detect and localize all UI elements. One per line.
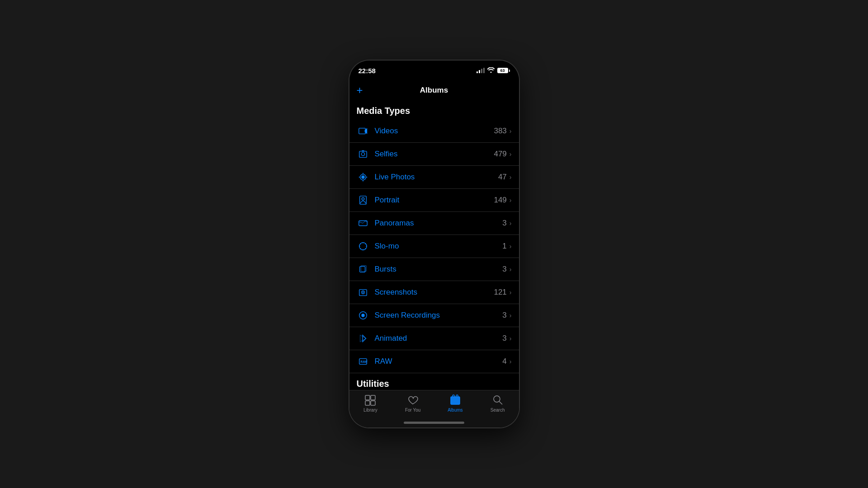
list-item-bursts[interactable]: Bursts 3 › bbox=[349, 258, 519, 281]
screenshots-count: 121 bbox=[494, 288, 506, 297]
svg-point-29 bbox=[361, 314, 364, 317]
list-item-portrait[interactable]: Portrait 149 › bbox=[349, 189, 519, 212]
screen-recordings-count: 3 bbox=[502, 311, 506, 320]
list-item-screenshots[interactable]: Screenshots 121 › bbox=[349, 281, 519, 304]
raw-chevron: › bbox=[509, 358, 512, 365]
svg-line-20 bbox=[365, 249, 365, 249]
svg-text:RAW: RAW bbox=[360, 360, 368, 363]
content-scroll[interactable]: Media Types Videos 383 › bbox=[349, 100, 519, 390]
svg-line-22 bbox=[360, 249, 361, 249]
panoramas-label: Panoramas bbox=[375, 219, 503, 228]
home-indicator bbox=[404, 422, 464, 424]
panoramas-count: 3 bbox=[502, 219, 506, 228]
bursts-count: 3 bbox=[502, 265, 506, 274]
slo-mo-label: Slo-mo bbox=[375, 242, 503, 251]
portrait-count: 149 bbox=[494, 196, 506, 205]
svg-rect-4 bbox=[362, 150, 364, 152]
list-item-slo-mo[interactable]: Slo-mo 1 › bbox=[349, 235, 519, 258]
slo-mo-count: 1 bbox=[502, 242, 506, 251]
portrait-icon bbox=[357, 194, 369, 206]
utilities-header: Utilities bbox=[349, 373, 519, 390]
selfies-label: Selfies bbox=[375, 150, 494, 159]
nav-bar: + Albums bbox=[349, 80, 519, 100]
list-item-live-photos[interactable]: Live Photos 47 › bbox=[349, 166, 519, 189]
screenshots-label: Screenshots bbox=[375, 288, 494, 297]
svg-rect-40 bbox=[451, 397, 460, 404]
add-button[interactable]: + bbox=[357, 85, 363, 96]
animated-count: 3 bbox=[502, 334, 506, 343]
svg-line-43 bbox=[499, 402, 502, 405]
svg-point-5 bbox=[361, 175, 364, 178]
bursts-chevron: › bbox=[509, 266, 512, 273]
battery-percent: 63 bbox=[497, 68, 508, 73]
selfies-count: 479 bbox=[494, 150, 506, 159]
svg-rect-37 bbox=[371, 395, 375, 400]
tab-library[interactable]: Library bbox=[349, 394, 392, 413]
videos-chevron: › bbox=[509, 127, 512, 135]
list-item-selfies[interactable]: Selfies 479 › bbox=[349, 143, 519, 166]
svg-marker-30 bbox=[360, 335, 366, 342]
svg-line-19 bbox=[360, 244, 361, 244]
selfies-icon bbox=[357, 148, 369, 160]
screen: 22:58 63 + bbox=[349, 61, 519, 427]
library-tab-icon bbox=[364, 394, 376, 406]
live-photos-icon bbox=[357, 171, 369, 183]
list-item-raw[interactable]: RAW RAW 4 › bbox=[349, 350, 519, 373]
list-item-panoramas[interactable]: Panoramas 3 › bbox=[349, 212, 519, 235]
selfies-chevron: › bbox=[509, 150, 512, 158]
phone-frame: 22:58 63 + bbox=[349, 61, 519, 427]
svg-point-27 bbox=[362, 292, 363, 293]
live-photos-count: 47 bbox=[498, 173, 507, 182]
slo-mo-chevron: › bbox=[509, 243, 512, 250]
nav-title: Albums bbox=[420, 86, 448, 95]
for-you-tab-icon bbox=[407, 394, 419, 406]
battery-icon: 63 bbox=[497, 68, 510, 73]
tab-search[interactable]: Search bbox=[476, 394, 519, 413]
svg-rect-38 bbox=[365, 401, 370, 405]
panoramas-chevron: › bbox=[509, 220, 512, 227]
search-tab-icon bbox=[492, 394, 504, 406]
status-bar: 22:58 63 bbox=[349, 61, 519, 80]
svg-point-3 bbox=[361, 152, 364, 155]
slo-mo-icon bbox=[357, 240, 369, 253]
list-item-screen-recordings[interactable]: Screen Recordings 3 › bbox=[349, 304, 519, 327]
media-types-header: Media Types bbox=[349, 100, 519, 120]
svg-point-12 bbox=[362, 198, 364, 201]
screenshots-chevron: › bbox=[509, 289, 512, 296]
videos-label: Videos bbox=[375, 127, 494, 136]
search-tab-label: Search bbox=[491, 408, 505, 413]
screenshots-icon bbox=[357, 286, 369, 299]
svg-line-21 bbox=[365, 244, 365, 244]
svg-point-42 bbox=[494, 396, 500, 402]
videos-icon bbox=[357, 125, 369, 137]
svg-marker-1 bbox=[364, 128, 367, 134]
for-you-tab-label: For You bbox=[405, 408, 420, 413]
animated-label: Animated bbox=[375, 334, 503, 343]
status-time: 22:58 bbox=[359, 67, 376, 75]
svg-rect-13 bbox=[359, 221, 367, 226]
wifi-icon bbox=[487, 67, 495, 74]
signal-icon bbox=[476, 68, 485, 73]
tab-for-you[interactable]: For You bbox=[392, 394, 434, 413]
svg-rect-39 bbox=[371, 401, 375, 405]
svg-rect-36 bbox=[365, 395, 370, 400]
list-item-animated[interactable]: Animated 3 › bbox=[349, 327, 519, 350]
raw-icon: RAW bbox=[357, 355, 369, 368]
raw-label: RAW bbox=[375, 357, 503, 366]
screen-recordings-label: Screen Recordings bbox=[375, 311, 503, 320]
live-photos-chevron: › bbox=[509, 174, 512, 181]
screen-recordings-icon bbox=[357, 309, 369, 322]
live-photos-label: Live Photos bbox=[375, 173, 498, 182]
animated-icon bbox=[357, 332, 369, 345]
panoramas-icon bbox=[357, 217, 369, 230]
list-item-videos[interactable]: Videos 383 › bbox=[349, 120, 519, 143]
portrait-label: Portrait bbox=[375, 196, 494, 205]
tab-albums[interactable]: Albums bbox=[434, 394, 476, 413]
videos-count: 383 bbox=[494, 127, 506, 136]
svg-rect-0 bbox=[359, 128, 365, 134]
bursts-label: Bursts bbox=[375, 265, 503, 274]
raw-count: 4 bbox=[502, 357, 506, 366]
animated-chevron: › bbox=[509, 335, 512, 342]
library-tab-label: Library bbox=[363, 408, 377, 413]
status-icons: 63 bbox=[476, 67, 510, 74]
